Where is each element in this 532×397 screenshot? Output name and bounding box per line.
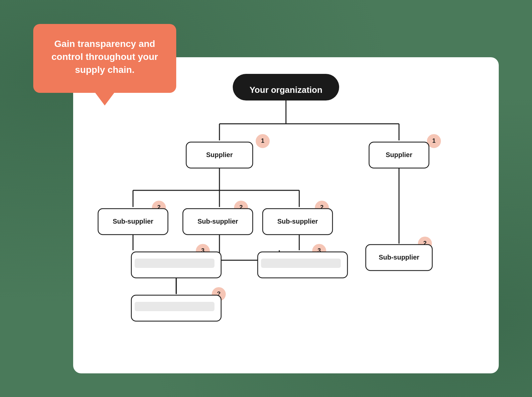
- callout-box: Gain transparency and control throughout…: [33, 24, 176, 93]
- svg-text:1: 1: [432, 137, 436, 144]
- scene: Gain transparency and control throughout…: [33, 24, 499, 373]
- svg-rect-53: [135, 302, 214, 311]
- svg-text:Sub-supplier: Sub-supplier: [379, 254, 419, 261]
- svg-rect-48: [261, 259, 341, 268]
- svg-text:Sub-supplier: Sub-supplier: [277, 218, 318, 225]
- svg-text:Sub-supplier: Sub-supplier: [198, 218, 238, 225]
- svg-rect-44: [135, 259, 214, 268]
- svg-text:Supplier: Supplier: [206, 151, 233, 158]
- callout-text: Gain transparency and control throughout…: [47, 37, 163, 77]
- supply-chain-diagram: Your organization 1 Supplier 1 Supplier …: [73, 57, 499, 373]
- org-node-label: Your organization: [249, 85, 322, 95]
- svg-text:1: 1: [261, 137, 264, 144]
- diagram-card: Your organization 1 Supplier 1 Supplier …: [73, 57, 499, 373]
- svg-text:Supplier: Supplier: [386, 151, 412, 158]
- svg-text:Sub-supplier: Sub-supplier: [113, 218, 153, 225]
